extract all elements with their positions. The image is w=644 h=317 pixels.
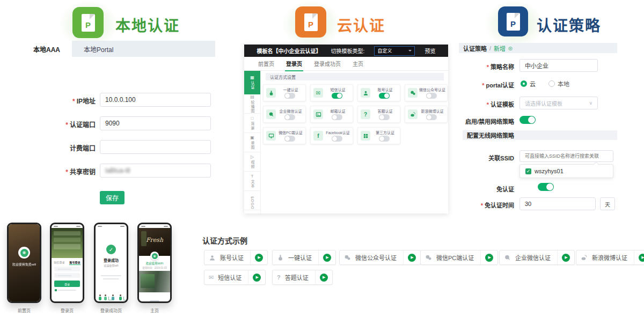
policy-doc-icon: P (498, 6, 528, 36)
weibo-icon (581, 254, 588, 261)
wireless-policy-section-title: 配置无线网络策略 (463, 130, 617, 140)
play-icon[interactable]: ▶ (639, 254, 644, 262)
phone-caption: 前置页 (5, 307, 43, 313)
billing-port-input[interactable] (100, 140, 211, 154)
sidebar-item-background[interactable]: □ 背景 (244, 114, 260, 133)
example-weibo-auth-button[interactable]: 新浪微博认证 ▶ (576, 250, 644, 265)
phone-tab-sms: 短信登录 (54, 260, 64, 265)
phone-caption: 主页 (136, 307, 173, 313)
method-toggle[interactable] (332, 136, 342, 142)
example-sms-auth-button[interactable]: ✉ 短信认证 ▶ (204, 270, 266, 285)
dropdown-notch (593, 161, 599, 167)
checkbox-checked-icon[interactable]: ✓ (525, 168, 531, 174)
tab-home-page[interactable]: 主页 (353, 60, 363, 68)
sidebar-item-single-image[interactable]: ▣ 单图 (244, 133, 260, 152)
example-wecom-auth-button[interactable]: 企业微信认证 ▶ (499, 250, 575, 265)
welcome-text: 欢迎使用免费wifi (9, 262, 40, 267)
method-toggle[interactable] (332, 93, 342, 99)
free-auth-toggle[interactable] (538, 183, 554, 191)
shared-key-masked-value: laBlua-i8 (105, 167, 130, 174)
wecom-icon (266, 109, 276, 119)
play-icon[interactable]: ▶ (323, 254, 331, 262)
method-toggle[interactable] (379, 114, 390, 120)
method-toggle[interactable] (379, 136, 390, 142)
sidebar-item-auth[interactable]: ▦ 认证 (244, 71, 260, 94)
preview-button[interactable]: 预览 (425, 47, 435, 55)
method-card: ? 答题认证 (357, 106, 400, 123)
method-toggle[interactable] (284, 93, 295, 99)
method-card: 邮箱认证 (310, 106, 353, 123)
location-icon: ◎ (508, 46, 513, 51)
checkbox-icon (55, 289, 57, 291)
question-icon: ? (277, 274, 281, 281)
shared-key-input[interactable]: laBlua-i8 (100, 164, 211, 178)
local-tabbar: 本地AAA 本地Portal (21, 41, 215, 57)
success-text: 登录成功 (96, 257, 127, 263)
wechat-icon (408, 88, 418, 98)
play-icon[interactable]: ▶ (253, 274, 261, 282)
example-quiz-auth-button[interactable]: ? 答题认证 ▶ (272, 270, 333, 285)
tab-pre-page[interactable]: 前置页 (258, 60, 274, 68)
auth-template-select[interactable]: 请选择认证模板 ∨ (519, 97, 598, 109)
method-card: f Facebook认证 (310, 127, 353, 144)
editor-sidebar: ▦ 认证 ▤ 轮播图 □ 背景 ▣ 单图 ▷ 视频 T 文本 (244, 71, 261, 213)
background-icon: □ (251, 116, 254, 121)
play-icon[interactable]: ▶ (562, 254, 570, 262)
method-toggle[interactable] (379, 93, 390, 99)
policy-name-label: *策略名称 (450, 62, 514, 71)
method-toggle[interactable] (426, 93, 437, 99)
switch-type-label: 切换模板类型: (331, 47, 365, 55)
method-toggle[interactable] (426, 114, 437, 120)
portal-radio-cloud[interactable]: 云 (521, 79, 536, 88)
template-name: 模板名【中小企业云认证】 (257, 47, 321, 55)
phone-tab-account: 账号登录 (69, 260, 80, 265)
breadcrumb: 认证策略 / 新增 ◎ (459, 43, 617, 53)
auth-port-input[interactable] (100, 116, 211, 130)
method-toggle[interactable] (284, 114, 295, 120)
weibo-icon (408, 109, 418, 119)
example-wechat-official-auth-button[interactable]: 微信公众号认证 ▶ (339, 250, 421, 265)
sidebar-item-carousel[interactable]: ▤ 轮播图 (244, 94, 260, 114)
tab-local-portal[interactable]: 本地Portal (72, 41, 125, 57)
example-account-auth-button[interactable]: 账号认证 ▶ (204, 250, 268, 265)
play-icon[interactable]: ▶ (255, 254, 263, 262)
method-toggle[interactable] (284, 136, 295, 142)
ip-address-label: *IP地址 (21, 96, 96, 105)
tab-local-aaa[interactable]: 本地AAA (21, 41, 72, 57)
free-auth-time-input[interactable] (519, 197, 596, 210)
people-illustration (96, 287, 127, 301)
auth-methods-section-title: 认证方式设置 (266, 73, 444, 80)
success-sub-text: 欢迎使用wifi (96, 263, 127, 267)
tab-login-page[interactable]: 登录页 (286, 60, 302, 68)
phone-preview-success-page: ✓ 登录成功 欢迎使用wifi (94, 223, 128, 303)
example-wechat-pc-auth-button[interactable]: 微信PC端认证 ▶ (420, 250, 498, 265)
portal-auth-label: *portal认证 (450, 80, 514, 89)
sidebar-item-video[interactable]: ▷ 视频 (244, 152, 260, 172)
method-toggle[interactable] (332, 114, 342, 120)
auth-port-label: *认证端口 (21, 120, 96, 129)
ssid-search-input[interactable] (519, 150, 613, 162)
question-icon: ? (361, 109, 370, 119)
page: P 本地认证 本地AAA 本地Portal *IP地址 *认证端口 计费端口 *… (0, 0, 644, 317)
policy-name-input[interactable] (519, 59, 598, 72)
ssid-option[interactable]: wszyhys01 (535, 168, 564, 174)
template-topbar: 模板名【中小企业云认证】 切换模板类型: 自定义 预览 (244, 45, 448, 57)
tab-login-success-page[interactable]: 登录成功页 (314, 60, 341, 68)
phone-login-button: 登录 (54, 281, 80, 287)
text-icon: T (251, 174, 254, 179)
enable-network-policy-toggle[interactable] (519, 116, 536, 124)
play-icon[interactable]: ▶ (408, 254, 416, 262)
sidebar-item-logo[interactable]: ☆ LOGO (244, 191, 260, 210)
example-onekey-auth-button[interactable]: 一键认证 ▶ (272, 250, 336, 265)
play-icon[interactable]: ▶ (485, 254, 493, 262)
save-button[interactable]: 保存 (100, 191, 125, 204)
carousel-icon: ▤ (250, 95, 254, 99)
ip-address-input[interactable] (100, 93, 211, 107)
ssid-dropdown: ✓ wszyhys01 (519, 164, 613, 178)
auth-template-label: *认证模板 (450, 100, 514, 108)
monitor-icon (266, 131, 276, 141)
play-icon[interactable]: ▶ (320, 274, 328, 282)
sidebar-item-text[interactable]: T 文本 (244, 172, 260, 191)
portal-radio-local[interactable]: 本地 (548, 79, 569, 88)
template-type-select[interactable]: 自定义 (374, 46, 415, 56)
